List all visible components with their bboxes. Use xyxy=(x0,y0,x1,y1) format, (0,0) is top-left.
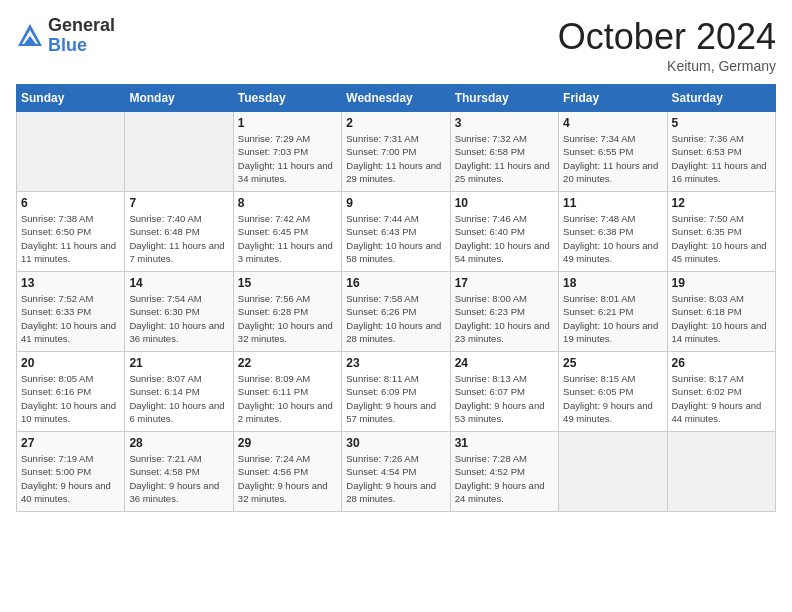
day-detail: Sunrise: 7:38 AMSunset: 6:50 PMDaylight:… xyxy=(21,212,120,265)
day-number: 28 xyxy=(129,436,228,450)
calendar-cell: 31Sunrise: 7:28 AMSunset: 4:52 PMDayligh… xyxy=(450,432,558,512)
day-detail: Sunrise: 7:21 AMSunset: 4:58 PMDaylight:… xyxy=(129,452,228,505)
calendar-week-1: 1Sunrise: 7:29 AMSunset: 7:03 PMDaylight… xyxy=(17,112,776,192)
weekday-header-saturday: Saturday xyxy=(667,85,775,112)
weekday-row: SundayMondayTuesdayWednesdayThursdayFrid… xyxy=(17,85,776,112)
logo-icon xyxy=(16,22,44,50)
title-block: October 2024 Keitum, Germany xyxy=(558,16,776,74)
calendar-cell: 28Sunrise: 7:21 AMSunset: 4:58 PMDayligh… xyxy=(125,432,233,512)
calendar-cell xyxy=(125,112,233,192)
calendar-header: SundayMondayTuesdayWednesdayThursdayFrid… xyxy=(17,85,776,112)
calendar-cell: 10Sunrise: 7:46 AMSunset: 6:40 PMDayligh… xyxy=(450,192,558,272)
day-number: 18 xyxy=(563,276,662,290)
calendar-week-4: 20Sunrise: 8:05 AMSunset: 6:16 PMDayligh… xyxy=(17,352,776,432)
day-number: 12 xyxy=(672,196,771,210)
day-number: 26 xyxy=(672,356,771,370)
calendar-cell: 12Sunrise: 7:50 AMSunset: 6:35 PMDayligh… xyxy=(667,192,775,272)
calendar-cell: 17Sunrise: 8:00 AMSunset: 6:23 PMDayligh… xyxy=(450,272,558,352)
day-number: 15 xyxy=(238,276,337,290)
month-title: October 2024 xyxy=(558,16,776,58)
day-detail: Sunrise: 7:48 AMSunset: 6:38 PMDaylight:… xyxy=(563,212,662,265)
day-detail: Sunrise: 7:32 AMSunset: 6:58 PMDaylight:… xyxy=(455,132,554,185)
day-number: 27 xyxy=(21,436,120,450)
weekday-header-friday: Friday xyxy=(559,85,667,112)
day-detail: Sunrise: 7:19 AMSunset: 5:00 PMDaylight:… xyxy=(21,452,120,505)
weekday-header-monday: Monday xyxy=(125,85,233,112)
day-detail: Sunrise: 7:34 AMSunset: 6:55 PMDaylight:… xyxy=(563,132,662,185)
calendar-cell: 20Sunrise: 8:05 AMSunset: 6:16 PMDayligh… xyxy=(17,352,125,432)
calendar-cell xyxy=(17,112,125,192)
calendar-cell: 25Sunrise: 8:15 AMSunset: 6:05 PMDayligh… xyxy=(559,352,667,432)
calendar-cell: 19Sunrise: 8:03 AMSunset: 6:18 PMDayligh… xyxy=(667,272,775,352)
calendar-cell: 14Sunrise: 7:54 AMSunset: 6:30 PMDayligh… xyxy=(125,272,233,352)
day-detail: Sunrise: 7:31 AMSunset: 7:00 PMDaylight:… xyxy=(346,132,445,185)
day-detail: Sunrise: 8:00 AMSunset: 6:23 PMDaylight:… xyxy=(455,292,554,345)
day-detail: Sunrise: 7:44 AMSunset: 6:43 PMDaylight:… xyxy=(346,212,445,265)
weekday-header-sunday: Sunday xyxy=(17,85,125,112)
day-number: 6 xyxy=(21,196,120,210)
page-header: General Blue October 2024 Keitum, German… xyxy=(16,16,776,74)
day-detail: Sunrise: 7:26 AMSunset: 4:54 PMDaylight:… xyxy=(346,452,445,505)
calendar-week-3: 13Sunrise: 7:52 AMSunset: 6:33 PMDayligh… xyxy=(17,272,776,352)
day-detail: Sunrise: 7:29 AMSunset: 7:03 PMDaylight:… xyxy=(238,132,337,185)
calendar-cell: 11Sunrise: 7:48 AMSunset: 6:38 PMDayligh… xyxy=(559,192,667,272)
calendar-cell: 6Sunrise: 7:38 AMSunset: 6:50 PMDaylight… xyxy=(17,192,125,272)
day-number: 8 xyxy=(238,196,337,210)
day-detail: Sunrise: 8:09 AMSunset: 6:11 PMDaylight:… xyxy=(238,372,337,425)
day-number: 16 xyxy=(346,276,445,290)
day-number: 21 xyxy=(129,356,228,370)
day-detail: Sunrise: 8:17 AMSunset: 6:02 PMDaylight:… xyxy=(672,372,771,425)
day-number: 22 xyxy=(238,356,337,370)
day-detail: Sunrise: 7:52 AMSunset: 6:33 PMDaylight:… xyxy=(21,292,120,345)
logo-blue-label: Blue xyxy=(48,36,115,56)
calendar-cell: 7Sunrise: 7:40 AMSunset: 6:48 PMDaylight… xyxy=(125,192,233,272)
location-label: Keitum, Germany xyxy=(558,58,776,74)
calendar-table: SundayMondayTuesdayWednesdayThursdayFrid… xyxy=(16,84,776,512)
day-number: 14 xyxy=(129,276,228,290)
day-detail: Sunrise: 7:50 AMSunset: 6:35 PMDaylight:… xyxy=(672,212,771,265)
calendar-cell: 13Sunrise: 7:52 AMSunset: 6:33 PMDayligh… xyxy=(17,272,125,352)
calendar-body: 1Sunrise: 7:29 AMSunset: 7:03 PMDaylight… xyxy=(17,112,776,512)
logo-general-label: General xyxy=(48,16,115,36)
day-detail: Sunrise: 7:46 AMSunset: 6:40 PMDaylight:… xyxy=(455,212,554,265)
calendar-week-5: 27Sunrise: 7:19 AMSunset: 5:00 PMDayligh… xyxy=(17,432,776,512)
calendar-cell: 29Sunrise: 7:24 AMSunset: 4:56 PMDayligh… xyxy=(233,432,341,512)
calendar-cell: 24Sunrise: 8:13 AMSunset: 6:07 PMDayligh… xyxy=(450,352,558,432)
day-detail: Sunrise: 8:07 AMSunset: 6:14 PMDaylight:… xyxy=(129,372,228,425)
calendar-cell: 30Sunrise: 7:26 AMSunset: 4:54 PMDayligh… xyxy=(342,432,450,512)
calendar-cell: 4Sunrise: 7:34 AMSunset: 6:55 PMDaylight… xyxy=(559,112,667,192)
calendar-cell: 1Sunrise: 7:29 AMSunset: 7:03 PMDaylight… xyxy=(233,112,341,192)
day-number: 17 xyxy=(455,276,554,290)
day-detail: Sunrise: 8:01 AMSunset: 6:21 PMDaylight:… xyxy=(563,292,662,345)
weekday-header-tuesday: Tuesday xyxy=(233,85,341,112)
day-number: 25 xyxy=(563,356,662,370)
calendar-cell: 22Sunrise: 8:09 AMSunset: 6:11 PMDayligh… xyxy=(233,352,341,432)
day-number: 11 xyxy=(563,196,662,210)
calendar-cell: 5Sunrise: 7:36 AMSunset: 6:53 PMDaylight… xyxy=(667,112,775,192)
weekday-header-wednesday: Wednesday xyxy=(342,85,450,112)
day-detail: Sunrise: 7:24 AMSunset: 4:56 PMDaylight:… xyxy=(238,452,337,505)
day-detail: Sunrise: 7:40 AMSunset: 6:48 PMDaylight:… xyxy=(129,212,228,265)
day-number: 20 xyxy=(21,356,120,370)
calendar-cell: 23Sunrise: 8:11 AMSunset: 6:09 PMDayligh… xyxy=(342,352,450,432)
day-number: 31 xyxy=(455,436,554,450)
day-detail: Sunrise: 8:11 AMSunset: 6:09 PMDaylight:… xyxy=(346,372,445,425)
calendar-cell: 2Sunrise: 7:31 AMSunset: 7:00 PMDaylight… xyxy=(342,112,450,192)
weekday-header-thursday: Thursday xyxy=(450,85,558,112)
calendar-cell: 3Sunrise: 7:32 AMSunset: 6:58 PMDaylight… xyxy=(450,112,558,192)
calendar-cell: 9Sunrise: 7:44 AMSunset: 6:43 PMDaylight… xyxy=(342,192,450,272)
day-detail: Sunrise: 8:15 AMSunset: 6:05 PMDaylight:… xyxy=(563,372,662,425)
day-number: 30 xyxy=(346,436,445,450)
day-detail: Sunrise: 7:42 AMSunset: 6:45 PMDaylight:… xyxy=(238,212,337,265)
calendar-cell xyxy=(559,432,667,512)
day-number: 3 xyxy=(455,116,554,130)
day-number: 4 xyxy=(563,116,662,130)
day-detail: Sunrise: 8:13 AMSunset: 6:07 PMDaylight:… xyxy=(455,372,554,425)
day-number: 10 xyxy=(455,196,554,210)
day-detail: Sunrise: 8:05 AMSunset: 6:16 PMDaylight:… xyxy=(21,372,120,425)
day-number: 29 xyxy=(238,436,337,450)
day-number: 13 xyxy=(21,276,120,290)
day-number: 23 xyxy=(346,356,445,370)
calendar-cell: 15Sunrise: 7:56 AMSunset: 6:28 PMDayligh… xyxy=(233,272,341,352)
calendar-cell: 18Sunrise: 8:01 AMSunset: 6:21 PMDayligh… xyxy=(559,272,667,352)
